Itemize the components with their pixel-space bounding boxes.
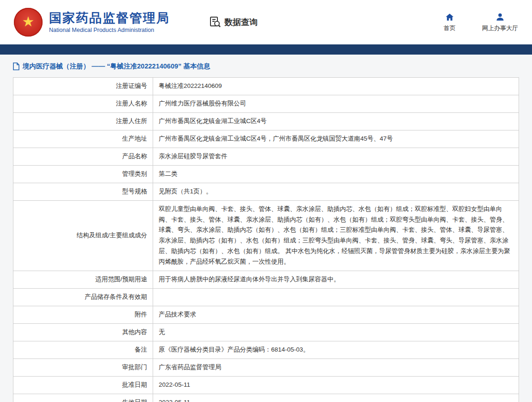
home-icon [445, 12, 454, 22]
table-row: 其他内容 无 [13, 324, 519, 341]
row-value: 2022-05-11 [153, 376, 519, 394]
data-query-nav[interactable]: 数据查询 [209, 16, 258, 28]
row-label: 审批部门 [13, 359, 153, 376]
row-value: 原《医疗器械分类目录》产品分类编码：6814-05-03。 [153, 341, 519, 359]
table-row: 附件 产品技术要求 [13, 306, 519, 324]
top-nav: 首页 网上办事大厅 [440, 12, 518, 32]
table-row: 注册证编号 粤械注准20222140609 [13, 78, 519, 95]
nav-home[interactable]: 首页 [440, 12, 459, 32]
row-value: 亲水涂层硅胶导尿管套件 [153, 148, 519, 165]
person-icon [495, 12, 505, 22]
site-header: ★ 国家药品监督管理局 National Medical Products Ad… [0, 0, 532, 44]
row-value: 广东省药品监督管理局 [153, 359, 519, 376]
table-row: 结构及组成/主要组成成分 双腔儿童型由单向阀、卡套、接头、管体、球囊、亲水涂层、… [13, 200, 519, 271]
nav-service-hall-label: 网上办事大厅 [482, 24, 518, 32]
table-row: 产品名称 亲水涂层硅胶导尿管套件 [13, 148, 519, 165]
row-label: 型号规格 [13, 183, 153, 200]
nav-home-label: 首页 [444, 24, 456, 32]
table-row: 管理类别 第二类 [13, 165, 519, 183]
page-title-text: 境内医疗器械（注册） —— “粤械注准20222140609” 基本信息 [23, 62, 210, 71]
row-value: 用于将病人膀胱中的尿液经尿道向体外导出并导入到集尿容器中。 [153, 271, 519, 289]
data-query-label: 数据查询 [224, 17, 258, 28]
data-query-icon [209, 16, 221, 28]
registration-info-table: 注册证编号 粤械注准20222140609 注册人名称 广州维力医疗器械股份有限… [13, 77, 519, 402]
main-content: 境内医疗器械（注册） —— “粤械注准20222140609” 基本信息 注册证… [0, 55, 532, 402]
row-label: 适用范围/预期用途 [13, 271, 153, 289]
row-value: 无 [153, 324, 519, 341]
row-value: 广州维力医疗器械股份有限公司 [153, 95, 519, 112]
table-row: 生效日期 2022-05-11 [13, 394, 519, 402]
nav-service-hall[interactable]: 网上办事大厅 [482, 12, 518, 32]
row-label: 结构及组成/主要组成成分 [13, 200, 153, 271]
row-value: 产品技术要求 [153, 306, 519, 324]
row-value: 广州市番禺区化龙镇金湖工业城C区4号 [153, 112, 519, 130]
site-brand: 国家药品监督管理局 National Medical Products Admi… [49, 11, 170, 33]
table-row: 注册人名称 广州维力医疗器械股份有限公司 [13, 95, 519, 112]
row-value: 见附页（共1页）。 [153, 183, 519, 200]
national-emblem-logo: ★ [14, 8, 43, 37]
row-label: 产品名称 [13, 148, 153, 165]
table-row: 备注 原《医疗器械分类目录》产品分类编码：6814-05-03。 [13, 341, 519, 359]
table-row: 审批部门 广东省药品监督管理局 [13, 359, 519, 376]
row-value: 双腔儿童型由单向阀、卡套、接头、管体、球囊、亲水涂层、助插内芯、水包（如有）组成… [153, 200, 519, 271]
row-label: 注册证编号 [13, 78, 153, 95]
row-value: 广州市番禺区化龙镇金湖工业城C区4号，广州市番禺区化龙镇国贸大道南45号、47号 [153, 130, 519, 148]
site-title: 国家药品监督管理局 [49, 11, 170, 25]
row-value: 第二类 [153, 165, 519, 183]
document-icon [13, 62, 19, 70]
table-row: 适用范围/预期用途 用于将病人膀胱中的尿液经尿道向体外导出并导入到集尿容器中。 [13, 271, 519, 289]
table-row: 产品储存条件及有效期 [13, 289, 519, 306]
row-value: 粤械注准20222140609 [153, 78, 519, 95]
table-row: 型号规格 见附页（共1页）。 [13, 183, 519, 200]
emblem-star-icon: ★ [22, 15, 35, 29]
row-label: 其他内容 [13, 324, 153, 341]
page-title: 境内医疗器械（注册） —— “粤械注准20222140609” 基本信息 [13, 62, 519, 71]
site-subtitle: National Medical Products Administration [49, 27, 170, 33]
row-label: 注册人名称 [13, 95, 153, 112]
row-value [153, 289, 519, 306]
row-label: 批准日期 [13, 376, 153, 394]
row-label: 生效日期 [13, 394, 153, 402]
row-label: 管理类别 [13, 165, 153, 183]
row-label: 产品储存条件及有效期 [13, 289, 153, 306]
table-row: 生产地址 广州市番禺区化龙镇金湖工业城C区4号，广州市番禺区化龙镇国贸大道南45… [13, 130, 519, 148]
navy-divider-bar [0, 44, 532, 55]
row-label: 附件 [13, 306, 153, 324]
row-value: 2022-05-11 [153, 394, 519, 402]
table-row: 批准日期 2022-05-11 [13, 376, 519, 394]
row-label: 注册人住所 [13, 112, 153, 130]
row-label: 备注 [13, 341, 153, 359]
row-label: 生产地址 [13, 130, 153, 148]
table-row: 注册人住所 广州市番禺区化龙镇金湖工业城C区4号 [13, 112, 519, 130]
